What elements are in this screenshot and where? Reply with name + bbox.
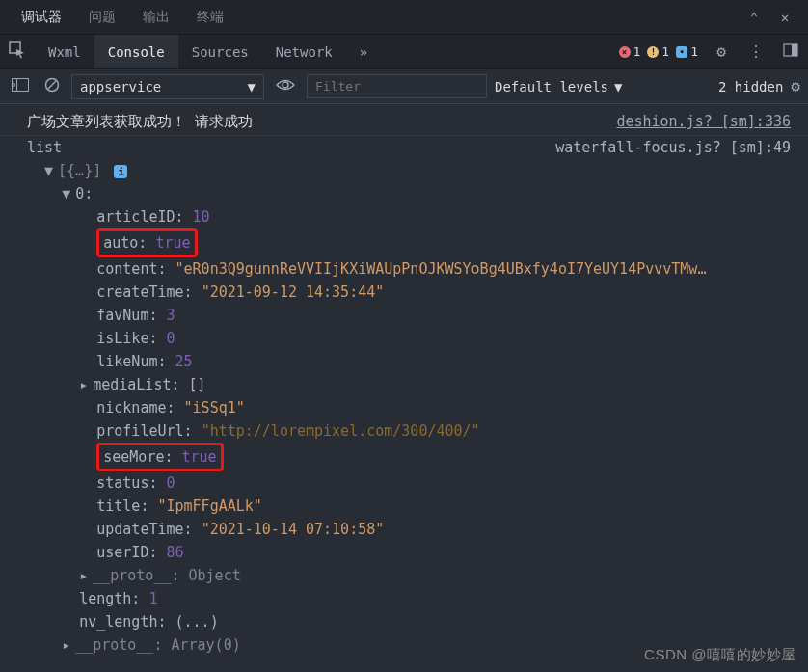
prop-row[interactable]: updateTime: "2021-10-14 07:10:58" [27,518,791,541]
object-root-label[interactable]: list [27,136,62,159]
live-expression-eye-icon[interactable] [272,77,299,95]
context-selector[interactable]: appservice ▼ [71,74,264,99]
tab-overflow[interactable]: » [346,35,381,68]
prop-row[interactable]: profileUrl: "http://lorempixel.com/300/4… [27,419,791,443]
console-log-row: 广场文章列表获取成功！ 请求成功 deshion.js? [sm]:336 [0,108,808,136]
watermark-text: CSDN @嘻嘻的妙妙屋 [644,646,796,664]
array-index-row[interactable]: ▼0: [27,182,791,205]
prop-row[interactable]: content: "eR0n3Q9gunnReVVIIjKXiWAUpPnOJK… [27,257,791,281]
prop-row[interactable]: title: "IpmFFgAALk" [27,495,791,518]
prop-row[interactable]: isLike: 0 [27,327,791,350]
prop-row-medialist[interactable]: ▸mediaList: [] [27,373,791,396]
tab-console[interactable]: Console [94,35,178,68]
prop-row-seemore[interactable]: seeMore: true [27,443,791,471]
error-count: 1 [633,44,641,59]
close-icon[interactable]: ✕ [769,10,800,25]
top-tab-bar: 调试器 问题 输出 终端 ⌃ ✕ [0,0,808,35]
filter-input[interactable] [307,74,487,98]
prop-row[interactable]: articleID: 10 [27,205,791,228]
dock-side-icon[interactable] [773,42,808,62]
chevron-down-icon: ▼ [248,79,256,94]
svg-line-6 [48,81,56,89]
info-count: 1 [690,44,698,59]
log-level-selector[interactable]: Default levels ▼ [495,79,622,94]
top-tab-debugger[interactable]: 调试器 [8,0,75,34]
console-sidebar-toggle-icon[interactable] [8,77,33,95]
warning-dot-icon: ! [647,46,659,58]
prop-row[interactable]: status: 0 [27,471,791,495]
prop-row-auto[interactable]: auto: true [27,228,791,257]
console-object-tree: list waterfall-focus.js? [sm]:49 ▼[{…}] … [0,136,808,657]
prop-row[interactable]: nickname: "iSSq1" [27,396,791,419]
proto-row[interactable]: ▸__proto__: Object [27,564,791,587]
prop-row[interactable]: likeNum: 25 [27,350,791,373]
devtools-tab-bar: Wxml Console Sources Network » ×1 !1 •1 … [0,35,808,69]
prop-row[interactable]: favNum: 3 [27,304,791,327]
top-tab-output[interactable]: 输出 [129,0,183,34]
prop-row[interactable]: createTime: "2021-09-12 14:35:44" [27,281,791,304]
svg-rect-2 [792,44,797,56]
top-tab-problems[interactable]: 问题 [75,0,129,34]
console-toolbar: appservice ▼ Default levels ▼ 2 hidden ⚙ [0,69,808,104]
inspect-element-icon[interactable] [0,41,35,63]
chevron-down-icon: ▼ [614,79,622,94]
tab-sources[interactable]: Sources [178,35,262,68]
tab-wxml[interactable]: Wxml [35,35,94,68]
tab-network[interactable]: Network [262,35,346,68]
context-label: appservice [80,79,161,94]
svg-rect-3 [13,79,29,92]
nvlength-row[interactable]: nv_length: (...) [27,610,791,633]
prop-row[interactable]: userID: 86 [27,541,791,564]
error-dot-icon: × [619,46,631,58]
kebab-menu-icon[interactable]: ⋮ [739,42,773,61]
svg-point-7 [283,82,288,88]
log-level-label: Default levels [495,79,608,94]
console-messages: 广场文章列表获取成功！ 请求成功 deshion.js? [sm]:336 li… [0,104,808,657]
length-row[interactable]: length: 1 [27,587,791,610]
log-message-text: 广场文章列表获取成功！ 请求成功 [27,110,253,133]
log-source-link[interactable]: waterfall-focus.js? [sm]:49 [555,136,791,159]
warning-count: 1 [661,44,669,59]
settings-gear-icon[interactable]: ⚙ [704,42,739,61]
array-preview-row[interactable]: ▼[{…}] [27,159,791,182]
chevron-up-icon[interactable]: ⌃ [739,10,769,25]
top-tab-terminal[interactable]: 终端 [183,0,237,34]
info-dot-icon: • [676,46,687,58]
log-source-link[interactable]: deshion.js? [sm]:336 [616,110,791,133]
info-badge-icon[interactable] [114,165,127,178]
hidden-count[interactable]: 2 hidden [718,79,783,94]
status-counters[interactable]: ×1 !1 •1 [613,44,704,59]
clear-console-icon[interactable] [40,77,64,96]
console-settings-gear-icon[interactable]: ⚙ [791,77,800,95]
